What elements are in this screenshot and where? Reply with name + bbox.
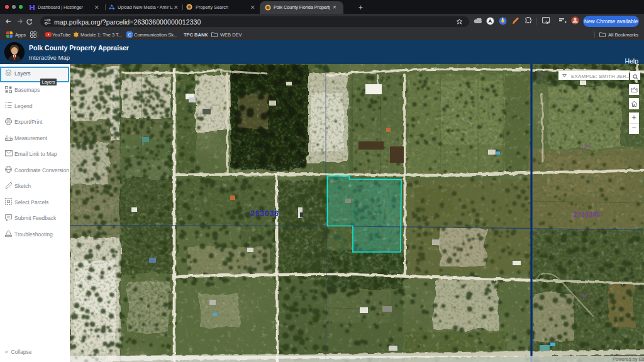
svg-text:C: C (128, 33, 131, 37)
svg-text:2-2: 2-2 (538, 74, 544, 78)
svg-text:2730346: 2730346 (574, 211, 600, 218)
svg-text:No 2: No 2 (581, 293, 591, 297)
svg-text:No 2: No 2 (582, 144, 591, 148)
svg-text:A: A (489, 18, 492, 24)
svg-text:263036: 263036 (250, 209, 279, 218)
svg-text:Powered by Esri: Powered by Esri (613, 356, 644, 362)
